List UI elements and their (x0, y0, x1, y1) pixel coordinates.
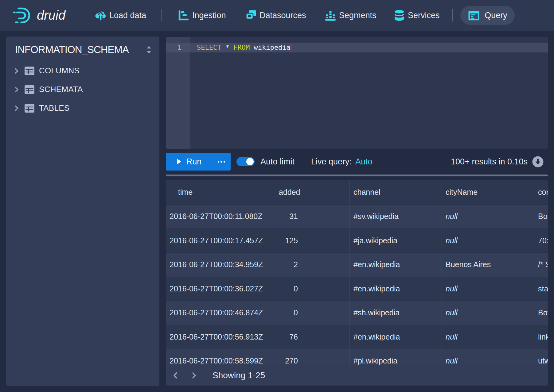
cloud-upload-icon (95, 9, 107, 21)
table-row: 2016-06-27T00:00:17.457Z 125 #ja.wikiped… (166, 229, 548, 253)
column-header-time[interactable]: __time (166, 180, 275, 205)
table-icon (25, 104, 34, 113)
tree-item-tables[interactable]: TABLES (6, 99, 159, 117)
run-button[interactable]: Run (166, 153, 212, 171)
tree-item-label: SCHEMATA (39, 85, 83, 94)
results-panel: __time added channel cityName comment 20… (166, 180, 548, 386)
editor-line-number: 1 (166, 43, 181, 52)
table-row: 2016-06-27T00:00:11.080Z 31 #sv.wikipedi… (166, 205, 548, 229)
tree-item-schemata[interactable]: SCHEMATA (6, 80, 159, 99)
chevron-right-icon[interactable] (192, 372, 197, 379)
nav-item-ingestion[interactable]: Ingestion (178, 0, 226, 31)
cell-cityname: null (442, 205, 534, 229)
navbar: druid Load data Ingestion (0, 0, 554, 31)
results-table: __time added channel cityName comment 20… (166, 180, 548, 365)
cell-channel: #en.wikipedia (350, 253, 442, 277)
table-row: 2016-06-27T00:00:56.913Z 76 #en.wikipedi… (166, 325, 548, 349)
cell-time: 2016-06-27T00:00:11.080Z (166, 205, 275, 229)
nav-item-load-data[interactable]: Load data (95, 0, 146, 31)
cell-comment: Botskapande Indonesien omdirigering (534, 205, 548, 229)
nav-item-label: Ingestion (192, 11, 226, 20)
run-button-label: Run (186, 157, 202, 167)
query-toolbar: Run Auto limit Live query: Auto 100+ res… (166, 153, 548, 171)
cell-cityname: null (442, 325, 534, 349)
table-row: 2016-06-27T00:00:34.959Z 2 #en.wikipedia… (166, 253, 548, 277)
pagination-info: Showing 1-25 (213, 371, 265, 380)
cell-time: 2016-06-27T00:00:58.599Z (166, 349, 275, 365)
cell-comment: /* Status */ (534, 253, 548, 277)
schema-tree: COLUMNS SCHEMATA (6, 61, 159, 117)
druid-logo[interactable]: druid (12, 6, 65, 24)
dot (218, 161, 220, 163)
cell-added: 2 (275, 253, 350, 277)
chevron-right-icon[interactable] (14, 68, 20, 74)
schema-selector[interactable]: INFORMATION_SCHEMA (6, 37, 159, 63)
nav-item-label: Query (485, 11, 507, 20)
play-icon (176, 159, 181, 165)
results-table-body: 2016-06-27T00:00:11.080Z 31 #sv.wikipedi… (166, 205, 548, 365)
nav-item-label: Datasources (259, 11, 306, 20)
cell-time: 2016-06-27T00:00:34.959Z (166, 253, 275, 277)
cell-channel: #sv.wikipedia (350, 205, 442, 229)
cell-cityname: null (442, 349, 534, 365)
cell-channel: #en.wikipedia (350, 277, 442, 301)
cell-added: 31 (275, 205, 350, 229)
druid-logo-icon (12, 6, 33, 24)
cell-comment: links (534, 325, 548, 349)
dot (220, 161, 222, 163)
resize-splitter[interactable] (166, 175, 548, 176)
auto-limit-label: Auto limit (260, 153, 295, 171)
cell-cityname: null (442, 277, 534, 301)
switch-knob (246, 158, 254, 165)
cell-cityname: null (442, 229, 534, 253)
cell-added: 0 (275, 301, 350, 325)
chevron-right-icon[interactable] (14, 105, 20, 111)
cell-added: 0 (275, 277, 350, 301)
tree-item-columns[interactable]: COLUMNS (6, 61, 159, 80)
column-header-comment[interactable]: comment (534, 180, 548, 205)
cell-comment: stale (534, 277, 548, 301)
run-more-button[interactable] (212, 153, 231, 171)
cell-comment: Bot: (534, 301, 548, 325)
schema-name: INFORMATION_SCHEMA (15, 44, 129, 56)
cell-time: 2016-06-27T00:00:56.913Z (166, 325, 275, 349)
cell-comment: utworzenie (534, 349, 548, 365)
results-summary: 100+ results in 0.10s (451, 153, 544, 171)
cell-time: 2016-06-27T00:00:46.874Z (166, 301, 275, 325)
cell-channel: #ja.wikipedia (350, 229, 442, 253)
column-header-channel[interactable]: channel (350, 180, 442, 205)
cell-comment: 70: (534, 229, 548, 253)
column-header-cityname[interactable]: cityName (442, 180, 534, 205)
stacked-chart-icon (324, 9, 337, 21)
nav-item-segments[interactable]: Segments (324, 0, 376, 31)
nav-item-datasources[interactable]: Datasources (245, 0, 306, 31)
brand-wordmark: druid (37, 8, 65, 23)
live-query-label: Live query: Auto (311, 153, 373, 171)
cell-time: 2016-06-27T00:00:36.027Z (166, 277, 275, 301)
multi-select-icon (245, 9, 257, 21)
cell-cityname: Buenos Aires (442, 253, 534, 277)
auto-limit-switch[interactable] (236, 157, 255, 166)
chevron-right-icon[interactable] (14, 86, 20, 93)
table-icon (25, 67, 34, 75)
nav-item-label: Segments (339, 11, 376, 20)
sql-query-text[interactable]: SELECT * FROM wikipedia (197, 43, 291, 52)
nav-divider (161, 9, 162, 21)
chevron-left-icon[interactable] (173, 372, 178, 379)
cell-added: 76 (275, 325, 350, 349)
sql-editor[interactable]: 1 SELECT * FROM wikipedia (166, 37, 548, 149)
download-icon[interactable] (532, 156, 544, 167)
nav-item-services[interactable]: Services (393, 0, 440, 31)
cell-added: 270 (275, 349, 350, 365)
nav-item-label: Services (408, 11, 440, 20)
live-query-value-link[interactable]: Auto (355, 157, 373, 167)
gantt-chart-icon (178, 9, 190, 21)
column-header-added[interactable]: added (275, 180, 350, 205)
table-row: 2016-06-27T00:00:58.599Z 270 #pl.wikiped… (166, 349, 548, 365)
schema-sidebar: INFORMATION_SCHEMA (6, 37, 159, 386)
cell-added: 125 (275, 229, 350, 253)
cell-channel: #en.wikipedia (350, 325, 442, 349)
dot (224, 161, 225, 163)
results-footer: Showing 1-25 (166, 365, 548, 386)
nav-item-query[interactable]: Query (460, 6, 515, 25)
